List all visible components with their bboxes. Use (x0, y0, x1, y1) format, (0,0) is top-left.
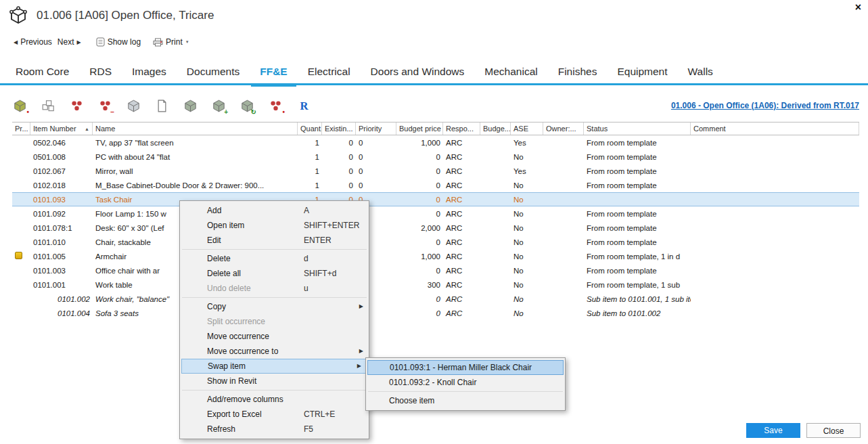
menu-item-copy[interactable]: Copy▶ (180, 299, 369, 314)
table-row-0101.005[interactable]: 0101.005Armchair1,000ARCNoFrom room temp… (12, 249, 859, 263)
cell-budget: 0 (396, 238, 443, 246)
table-row-0101.002[interactable]: 0101.002Work chair, "balance"0ARCNoSub i… (12, 292, 859, 306)
table-row-0102.018[interactable]: 0102.018M_Base Cabinet-Double Door & 2 D… (12, 178, 859, 192)
submenu-item-0101-093-2-knoll-chair[interactable]: 0101.093:2 - Knoll Chair (366, 375, 565, 390)
column-header-ase[interactable]: ASE (511, 123, 543, 135)
occurrence-copy-icon[interactable]: • (268, 99, 283, 114)
column-header-budge[interactable]: Budge... (480, 123, 511, 135)
menu-item-label: Move occurrence to (207, 347, 278, 356)
table-row-0101.092[interactable]: 0101.092Floor Lamp 1: 150 w0ARCNoFrom ro… (12, 206, 859, 221)
tab-ff-e[interactable]: FF&E (250, 60, 297, 83)
print-button[interactable]: Print (166, 37, 183, 47)
derived-from-template-link[interactable]: 01.006 - Open Office (1A06): Derived fro… (671, 101, 859, 110)
new-document-icon[interactable] (154, 99, 169, 114)
show-log-button[interactable]: Show log (108, 37, 141, 47)
cell-status: Sub item to 0101.002 (584, 309, 691, 317)
table-row-0101.003[interactable]: 0101.003Office chair with ar0ARCNoFrom r… (12, 263, 859, 278)
menu-item-edit[interactable]: EditENTER (180, 233, 369, 248)
save-button[interactable]: Save (746, 423, 800, 438)
app-logo-icon (8, 5, 28, 26)
cell-budget: 0 (396, 267, 443, 275)
tab-equipment[interactable]: Equipment (607, 60, 677, 83)
previous-arrow-icon[interactable]: ◀ (14, 39, 18, 45)
column-header-status[interactable]: Status (584, 123, 691, 135)
menu-item-shortcut: u (304, 281, 309, 296)
cell-item: 0101.003 (30, 267, 93, 275)
column-header-pr[interactable]: Pr... (12, 123, 30, 135)
item-gray-icon[interactable] (183, 99, 198, 114)
cell-item: 0101.001 (30, 281, 93, 289)
menu-item-move-occurrence-to[interactable]: Move occurrence to▶ (180, 344, 369, 359)
column-header-item-number[interactable]: Item Number▲ (30, 123, 93, 135)
menu-item-label: Export to Excel (207, 409, 262, 419)
cell-budget: 0 (396, 309, 443, 317)
table-row-0101.093[interactable]: 0101.093Task Chair1000ARCNo (12, 192, 859, 206)
cell-budget: 0 (396, 196, 443, 204)
column-header-name[interactable]: Name (93, 123, 298, 135)
menu-item-open-item[interactable]: Open itemSHIFT+ENTER (180, 218, 369, 233)
tab-finishes[interactable]: Finishes (548, 60, 608, 83)
column-header-budget-price[interactable]: Budget price (396, 123, 443, 135)
cell-priority: 0 (356, 167, 396, 175)
table-row-0101.078:1[interactable]: 0101.078:1Desk: 60" x 30" (Lef2,000ARCNo… (12, 221, 859, 235)
next-button[interactable]: Next (58, 37, 74, 47)
submenu-item-choose-item[interactable]: Choose item (366, 393, 565, 408)
table-row-0101.010[interactable]: 0101.010Chair, stackable0ARCNoFrom room … (12, 235, 859, 249)
revit-icon[interactable]: R (296, 99, 311, 114)
occurrence-delete-icon[interactable]: − (97, 99, 112, 114)
tab-walls[interactable]: Walls (678, 60, 723, 83)
close-window-icon[interactable]: × (855, 2, 861, 13)
menu-item-refresh[interactable]: RefreshF5 (180, 422, 369, 437)
cell-name: Mirror, wall (93, 167, 298, 175)
menu-item-add-remove-columns[interactable]: Add/remove columns (180, 392, 369, 407)
tab-images[interactable]: Images (122, 60, 177, 83)
occurrence-disabled-icon[interactable] (126, 99, 141, 114)
menu-item-export-to-excel[interactable]: Export to ExcelCTRL+E (180, 407, 369, 422)
item-sync-icon-badge: ↻ (251, 109, 256, 116)
tab-documents[interactable]: Documents (177, 60, 250, 83)
menu-item-add[interactable]: AddA (180, 203, 369, 218)
menu-item-show-in-revit[interactable]: Show in Revit (180, 374, 369, 388)
menu-item-delete[interactable]: Deleted (180, 251, 369, 266)
close-button[interactable]: Close (806, 423, 861, 438)
table-row-0101.001[interactable]: 0101.001Work table300ARCNoFrom room temp… (12, 278, 859, 292)
previous-button[interactable]: Previous (20, 37, 52, 47)
cell-ase: No (511, 181, 543, 190)
cell-respo: ARC (443, 181, 480, 190)
next-arrow-icon[interactable]: ▶ (77, 39, 81, 45)
item-add-icon[interactable]: + (211, 99, 226, 114)
title-bar: 01.006 [1A06] Open Office, Tricare (8, 5, 214, 26)
tab-electrical[interactable]: Electrical (298, 60, 361, 83)
column-header-priority[interactable]: Priority (356, 123, 396, 135)
table-row-0502.046[interactable]: 0502.046TV, app 37 "flat screen1001,000A… (12, 135, 859, 150)
cell-ase: No (511, 309, 543, 317)
grid-body: 0502.046TV, app 37 "flat screen1001,000A… (12, 135, 859, 320)
print-dropdown-caret-icon[interactable]: ▼ (185, 40, 189, 44)
cell-respo: ARC (443, 267, 480, 275)
tab-doors-and-windows[interactable]: Doors and Windows (361, 60, 475, 83)
column-header-quant[interactable]: Quant... (298, 123, 322, 135)
tab-room-core[interactable]: Room Core (5, 60, 79, 83)
column-header-respo[interactable]: Respo... (443, 123, 480, 135)
cell-budget: 1,000 (396, 139, 443, 147)
menu-item-swap-item[interactable]: Swap item▶ (181, 359, 367, 374)
table-row-0501.008[interactable]: 0501.008PC with about 24 "flat1000ARCNoF… (12, 150, 859, 164)
tab-mechanical[interactable]: Mechanical (474, 60, 547, 83)
tab-rds[interactable]: RDS (79, 60, 122, 83)
menu-item-move-occurrence[interactable]: Move occurrence (180, 329, 369, 344)
item-sync-icon[interactable]: ↻ (239, 99, 254, 114)
table-row-0101.004[interactable]: 0101.004Sofa 3 seats0ARCNoSub item to 01… (12, 306, 859, 320)
cell-respo: ARC (443, 281, 480, 289)
cell-ase: Yes (511, 139, 543, 147)
menu-item-delete-all[interactable]: Delete allSHIFT+d (180, 266, 369, 281)
occurrences-icon[interactable] (69, 99, 84, 114)
column-header-owner[interactable]: Owner:... (543, 123, 584, 135)
table-row-0102.067[interactable]: 0102.067Mirror, wall1000ARCYesFrom room … (12, 164, 859, 178)
column-header-comment[interactable]: Comment (691, 123, 859, 135)
cubes-outline-icon[interactable] (41, 99, 55, 114)
menu-item-shortcut: CTRL+E (304, 407, 335, 422)
submenu-arrow-icon: ▶ (359, 299, 363, 314)
item-box-icon[interactable]: • (12, 99, 27, 114)
submenu-item-0101-093-1-herman-miller-black-chair[interactable]: 0101.093:1 - Herman Miller Black Chair (367, 360, 564, 375)
column-header-existin[interactable]: Existin... (322, 123, 356, 135)
